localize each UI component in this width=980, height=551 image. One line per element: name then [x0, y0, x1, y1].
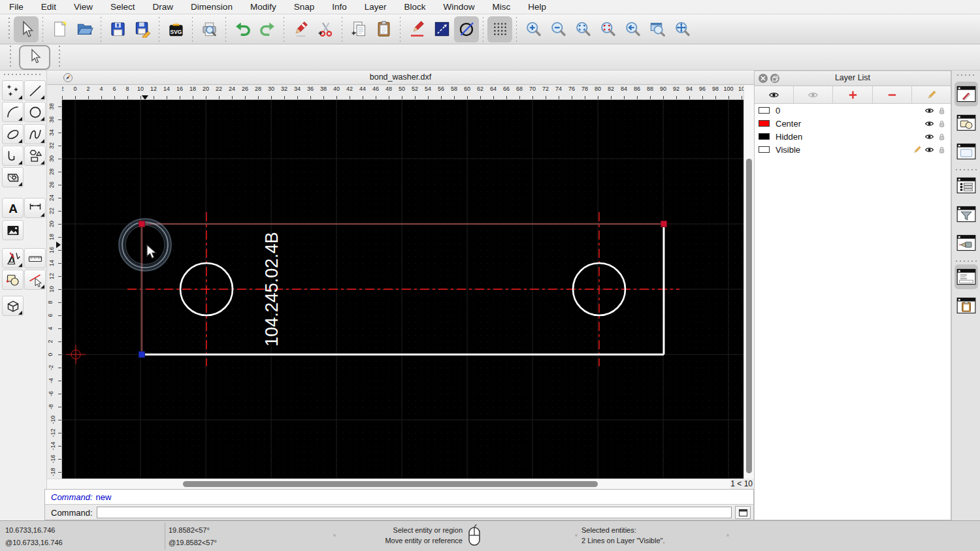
tool-modify-button[interactable] — [2, 248, 24, 268]
layer-name[interactable]: Hidden — [776, 132, 922, 142]
command-input[interactable] — [97, 507, 732, 518]
tool-arc-button[interactable] — [2, 102, 24, 122]
open-file-button[interactable] — [72, 16, 97, 42]
tool-line-button[interactable] — [24, 80, 46, 101]
tool-order-button[interactable] — [2, 270, 24, 290]
layer-name[interactable]: Center — [776, 119, 922, 129]
horizontal-scrollbar[interactable] — [47, 479, 730, 489]
layer-name[interactable]: 0 — [776, 106, 922, 116]
edit-layer-button[interactable] — [912, 86, 951, 103]
zoom-pan-button[interactable] — [670, 16, 694, 42]
palette-drag-handle[interactable] — [4, 74, 42, 75]
tool-select-entity-button[interactable] — [24, 270, 46, 290]
dock-clipboard-button[interactable] — [955, 293, 978, 318]
redo-button[interactable] — [255, 16, 280, 42]
undo-button[interactable] — [230, 16, 255, 42]
layer-row-0[interactable]: 0 — [755, 104, 951, 117]
menu-view[interactable]: View — [74, 2, 93, 12]
horizontal-scrollbar-thumb[interactable] — [183, 481, 598, 487]
menu-snap[interactable]: Snap — [294, 2, 315, 12]
layer-lock-toggle[interactable] — [934, 106, 947, 116]
zoom-in-button[interactable] — [521, 16, 546, 42]
menu-edit[interactable]: Edit — [41, 2, 56, 12]
dock-library-browser-button[interactable] — [955, 139, 978, 164]
tool-polygon-button[interactable] — [24, 146, 46, 166]
drawing-canvas[interactable]: 104.245.02.4B — [62, 100, 743, 479]
entity-attributes-button[interactable] — [454, 16, 479, 42]
show-all-layers-button[interactable] — [755, 86, 794, 103]
command-detach-button[interactable] — [735, 506, 751, 519]
tool-cube3d-button[interactable] — [2, 296, 24, 316]
menu-select[interactable]: Select — [110, 2, 135, 12]
save-file-as-button[interactable] — [130, 16, 155, 42]
menu-info[interactable]: Info — [332, 2, 347, 12]
tool-image-button[interactable] — [2, 220, 24, 240]
select-tool-button[interactable] — [14, 16, 39, 42]
dock-command-widget-button[interactable] — [955, 264, 978, 289]
grid-toggle-button[interactable] — [487, 16, 512, 42]
menu-layer[interactable]: Layer — [365, 2, 387, 12]
current-action-select-button[interactable] — [19, 45, 50, 70]
new-file-button[interactable] — [47, 16, 72, 42]
line-attributes-button[interactable] — [429, 16, 454, 42]
pen-attributes-button[interactable] — [404, 16, 429, 42]
dock-pen-palette-button[interactable] — [955, 82, 978, 106]
layer-row-hidden[interactable]: Hidden — [755, 130, 951, 143]
tool-ellipse-button[interactable] — [2, 124, 24, 144]
tool-points-button[interactable] — [2, 80, 24, 101]
layer-color-swatch[interactable] — [759, 120, 770, 127]
toolbar-drag-handle[interactable] — [57, 46, 61, 69]
menu-block[interactable]: Block — [404, 2, 426, 12]
menu-help[interactable]: Help — [528, 2, 546, 12]
tool-spline-button[interactable] — [24, 124, 46, 144]
tool-hatch-button[interactable] — [2, 167, 24, 187]
layer-visibility-toggle[interactable] — [922, 119, 934, 129]
layer-color-swatch[interactable] — [759, 107, 770, 114]
layer-visibility-toggle[interactable] — [922, 145, 934, 155]
menu-modify[interactable]: Modify — [250, 2, 276, 12]
menu-file[interactable]: File — [9, 2, 24, 12]
print-preview-button[interactable] — [197, 16, 221, 42]
zoom-selection-button[interactable] — [595, 16, 620, 42]
hide-all-layers-button[interactable] — [794, 86, 833, 103]
save-file-button[interactable] — [105, 16, 130, 42]
dock-named-views-button[interactable] — [955, 230, 978, 255]
menu-window[interactable]: Window — [444, 2, 475, 12]
layer-row-center[interactable]: Center — [755, 117, 951, 130]
paste-button[interactable] — [371, 16, 396, 42]
dock-drag-handle[interactable] — [957, 74, 975, 76]
copy-button[interactable] — [346, 16, 371, 42]
dock-block-list-button[interactable] — [955, 110, 978, 135]
zoom-out-button[interactable] — [546, 16, 570, 42]
grip-top-right[interactable] — [661, 221, 667, 227]
remove-layer-button[interactable] — [873, 86, 912, 103]
zoom-previous-button[interactable] — [620, 16, 645, 42]
add-layer-button[interactable] — [833, 86, 872, 103]
zoom-auto-button[interactable] — [570, 16, 595, 42]
layer-color-swatch[interactable] — [759, 133, 770, 140]
menu-dimension[interactable]: Dimension — [191, 2, 233, 12]
dock-layer-list-button[interactable] — [955, 173, 978, 198]
tool-circle-button[interactable] — [24, 102, 46, 122]
layer-lock-toggle[interactable] — [934, 145, 947, 155]
layer-visibility-toggle[interactable] — [922, 132, 934, 142]
tool-polyline-button[interactable] — [2, 146, 24, 166]
vertical-scrollbar-thumb[interactable] — [746, 159, 752, 473]
menu-draw[interactable]: Draw — [153, 2, 174, 12]
layer-name[interactable]: Visible — [776, 145, 909, 155]
grip-top-left[interactable] — [139, 221, 145, 227]
toolbar-drag-handle[interactable] — [8, 46, 12, 69]
delete-entity-button[interactable] — [288, 16, 313, 42]
cut-button[interactable] — [313, 16, 338, 42]
dock-entity-filter-button[interactable] — [955, 202, 978, 227]
tool-text-button[interactable]: A — [2, 198, 24, 218]
tool-dimension-button[interactable] — [24, 198, 46, 218]
menu-misc[interactable]: Misc — [493, 2, 511, 12]
part-number-text[interactable]: 104.245.02.4B — [262, 232, 282, 347]
layer-row-visible[interactable]: Visible — [755, 143, 951, 156]
layer-visibility-toggle[interactable] — [922, 106, 934, 116]
toolbar-drag-handle[interactable] — [7, 18, 11, 41]
layer-lock-toggle[interactable] — [934, 132, 947, 142]
layer-color-swatch[interactable] — [759, 146, 770, 153]
tool-measure-button[interactable] — [24, 248, 46, 268]
